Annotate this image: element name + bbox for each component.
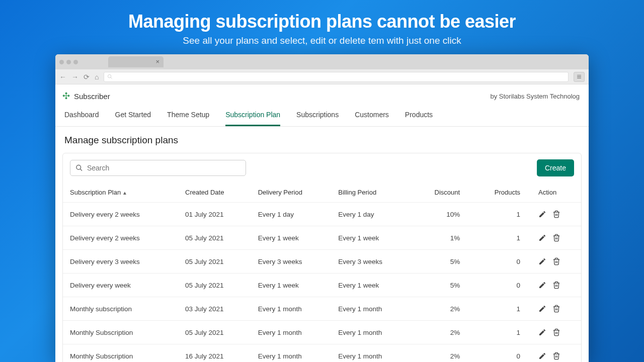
delete-icon[interactable] (552, 234, 560, 242)
cell-action (531, 250, 581, 274)
cell-products: 0 (471, 344, 531, 363)
cell-billing: Every 3 weeks (331, 250, 411, 274)
cell-created: 05 July 2021 (178, 321, 251, 344)
tab-subscription-plan[interactable]: Subscription Plan (225, 106, 280, 126)
cell-action (531, 344, 581, 363)
tab-subscriptions[interactable]: Subscriptions (296, 106, 339, 126)
logo-icon: ✣ (62, 92, 70, 101)
cell-action (531, 226, 581, 250)
cell-plan: Delivery every 3 weeks (63, 250, 178, 274)
cell-billing: Every 1 week (331, 226, 411, 250)
tab-get-started[interactable]: Get Started (115, 106, 151, 126)
app-byline: by Storilabs System Technolog (490, 93, 580, 100)
delete-icon[interactable] (552, 281, 560, 289)
browser-tabbar: × (55, 54, 589, 69)
cell-created: 16 July 2021 (178, 344, 251, 363)
search-input[interactable] (87, 164, 240, 172)
delete-icon[interactable] (552, 305, 560, 313)
browser-address-bar: ← → ⟳ ⌂ ≡ (55, 69, 589, 84)
cell-delivery: Every 1 month (251, 321, 332, 344)
cell-created: 05 July 2021 (178, 274, 251, 297)
cell-billing: Every 1 month (331, 297, 411, 321)
tab-theme-setup[interactable]: Theme Setup (167, 106, 209, 126)
col-action: Action (531, 182, 581, 203)
create-button[interactable]: Create (537, 159, 574, 176)
svg-line-1 (111, 77, 112, 79)
col-discount[interactable]: Discount (411, 182, 471, 203)
close-icon[interactable]: × (155, 58, 159, 65)
hero: Managing subscription plans cannot be ea… (0, 0, 644, 51)
cell-plan: Delivery every week (63, 274, 178, 297)
nav-back-icon[interactable]: ← (59, 73, 66, 81)
delete-icon[interactable] (552, 352, 560, 360)
cell-products: 1 (471, 321, 531, 344)
window-controls[interactable] (59, 57, 80, 66)
plans-table: Subscription Plan Created Date Delivery … (63, 182, 581, 362)
cell-products: 1 (471, 297, 531, 321)
col-delivery[interactable]: Delivery Period (251, 182, 332, 203)
search-icon (75, 164, 83, 172)
browser-menu-icon[interactable]: ≡ (574, 72, 585, 82)
tab-customers[interactable]: Customers (355, 106, 389, 126)
cell-discount: 5% (411, 250, 471, 274)
col-created[interactable]: Created Date (178, 182, 251, 203)
cell-plan: Monthly subscription (63, 297, 178, 321)
delete-icon[interactable] (552, 328, 560, 336)
page-title: Manage subscription plans (55, 127, 589, 153)
cell-delivery: Every 1 week (251, 226, 332, 250)
nav-forward-icon[interactable]: → (71, 73, 78, 81)
table-row: Delivery every week05 July 2021Every 1 w… (63, 274, 581, 297)
cell-created: 01 July 2021 (178, 203, 251, 226)
browser-tab[interactable]: × (108, 56, 164, 67)
app-header: ✣ Subscriber by Storilabs System Technol… (55, 84, 589, 106)
delete-icon[interactable] (552, 210, 560, 218)
edit-icon[interactable] (538, 305, 546, 313)
cell-products: 1 (471, 226, 531, 250)
hero-title: Managing subscription plans cannot be ea… (0, 11, 644, 32)
table-row: Delivery every 2 weeks05 July 2021Every … (63, 226, 581, 250)
edit-icon[interactable] (538, 352, 546, 360)
cell-action (531, 321, 581, 344)
cell-products: 1 (471, 203, 531, 226)
nav-home-icon[interactable]: ⌂ (95, 73, 99, 81)
edit-icon[interactable] (538, 328, 546, 336)
app-name: Subscriber (74, 92, 110, 101)
col-billing[interactable]: Billing Period (331, 182, 411, 203)
col-plan[interactable]: Subscription Plan (63, 182, 178, 203)
cell-products: 0 (471, 250, 531, 274)
app-brand[interactable]: ✣ Subscriber (62, 92, 110, 101)
cell-plan: Monthly Subscription (63, 321, 178, 344)
cell-delivery: Every 1 month (251, 297, 332, 321)
edit-icon[interactable] (538, 234, 546, 242)
cell-billing: Every 1 month (331, 321, 411, 344)
table-row: Monthly Subscription05 July 2021Every 1 … (63, 321, 581, 344)
cell-delivery: Every 3 weeks (251, 250, 332, 274)
col-products[interactable]: Products (471, 182, 531, 203)
cell-discount: 2% (411, 297, 471, 321)
delete-icon[interactable] (552, 257, 560, 265)
cell-created: 05 July 2021 (178, 226, 251, 250)
tab-dashboard[interactable]: Dashboard (64, 106, 99, 126)
edit-icon[interactable] (538, 281, 546, 289)
table-toolbar: Create (63, 153, 581, 182)
cell-discount: 2% (411, 321, 471, 344)
svg-point-0 (108, 74, 111, 77)
svg-line-3 (80, 169, 82, 171)
svg-point-2 (76, 165, 81, 169)
plans-card: Create Subscription Plan Created Date De… (62, 153, 582, 362)
edit-icon[interactable] (538, 210, 546, 218)
address-input[interactable] (104, 72, 569, 82)
cell-plan: Monthly Subscription (63, 344, 178, 363)
nav-reload-icon[interactable]: ⟳ (84, 73, 90, 81)
cell-action (531, 297, 581, 321)
cell-billing: Every 1 day (331, 203, 411, 226)
nav-tabs: DashboardGet StartedTheme SetupSubscript… (55, 106, 589, 127)
cell-billing: Every 1 month (331, 344, 411, 363)
table-row: Monthly Subscription16 July 2021Every 1 … (63, 344, 581, 363)
tab-products[interactable]: Products (405, 106, 433, 126)
cell-discount: 1% (411, 226, 471, 250)
search-input-wrap[interactable] (70, 160, 246, 176)
cell-plan: Delivery every 2 weeks (63, 203, 178, 226)
cell-plan: Delivery every 2 weeks (63, 226, 178, 250)
edit-icon[interactable] (538, 257, 546, 265)
